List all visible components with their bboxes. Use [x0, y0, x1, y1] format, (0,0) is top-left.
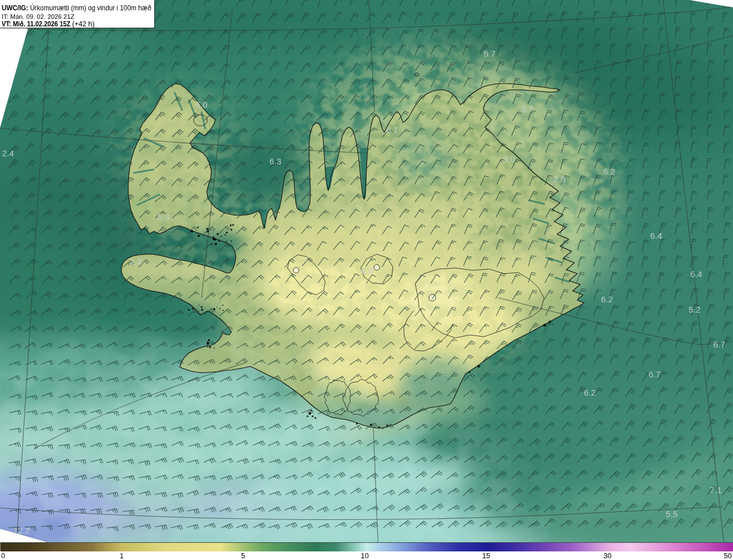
svg-text:5.5: 5.5 [666, 509, 678, 519]
svg-text:6.7: 6.7 [649, 369, 661, 379]
svg-text:3.0: 3.0 [503, 154, 515, 164]
svg-text:6.4: 6.4 [691, 269, 703, 279]
svg-text:(+42 h): (+42 h) [72, 20, 94, 28]
svg-text:5.8: 5.8 [158, 212, 170, 222]
svg-text:5.7: 5.7 [522, 104, 534, 114]
svg-text:5.2: 5.2 [689, 305, 701, 314]
svg-text:0.8: 0.8 [361, 266, 373, 275]
svg-text:6.7: 6.7 [714, 340, 726, 349]
svg-text:10: 10 [361, 552, 369, 560]
svg-text:6.2: 6.2 [604, 167, 616, 176]
svg-text:2.8: 2.8 [554, 174, 566, 184]
svg-text:7.1: 7.1 [710, 485, 722, 495]
svg-text:UWC/IG: Úrkomumætti (mm) og vi: UWC/IG: Úrkomumætti (mm) og vindur i 100… [2, 3, 151, 12]
svg-text:VT: Mið. 11.02.2026 15Z: VT: Mið. 11.02.2026 15Z [2, 20, 70, 28]
svg-text:1: 1 [120, 552, 124, 560]
svg-text:IT: Mán. 09. 02. 2026 21Z: IT: Mán. 09. 02. 2026 21Z [2, 13, 74, 21]
svg-text:6.0: 6.0 [196, 100, 208, 109]
svg-text:5.7: 5.7 [484, 49, 496, 58]
svg-text:6.1: 6.1 [387, 125, 399, 135]
svg-text:6.2: 6.2 [584, 388, 596, 397]
svg-text:2.4: 2.4 [2, 148, 14, 158]
svg-text:2.3: 2.3 [130, 257, 142, 266]
svg-text:30: 30 [604, 552, 612, 560]
svg-text:0: 0 [1, 552, 5, 560]
svg-text:6.4: 6.4 [651, 231, 663, 240]
svg-text:15: 15 [482, 552, 490, 560]
svg-text:50: 50 [724, 552, 732, 560]
svg-text:6.2: 6.2 [601, 294, 613, 304]
svg-text:5: 5 [241, 552, 245, 560]
svg-text:6.3: 6.3 [270, 156, 282, 166]
